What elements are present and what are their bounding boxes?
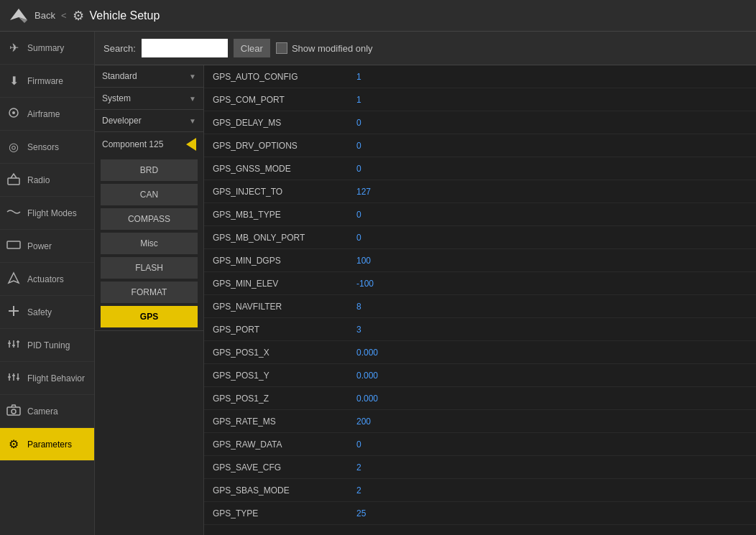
table-row[interactable]: GPS_SBAS_MODE2: [204, 479, 756, 502]
show-modified-container: Show modified only: [276, 42, 373, 54]
param-name: GPS_INJECT_TO: [213, 187, 356, 197]
param-value: 200: [356, 417, 371, 427]
cat-group-standard-header[interactable]: Standard ▼: [95, 65, 203, 87]
param-value: 0: [356, 141, 361, 151]
flight-modes-icon: [6, 206, 22, 220]
table-row[interactable]: GPS_DRV_OPTIONS0: [204, 134, 756, 157]
table-row[interactable]: GPS_MB1_TYPE0: [204, 203, 756, 226]
page-title: Vehicle Setup: [90, 9, 160, 22]
sidebar-item-camera[interactable]: Camera: [0, 395, 94, 428]
cat-group-system-arrow: ▼: [189, 95, 196, 103]
sidebar: ✈ Summary ⬇ Firmware Airframe ◎ Sensors …: [0, 32, 95, 535]
table-row[interactable]: GPS_MIN_ELEV-100: [204, 272, 756, 295]
sidebar-item-actuators[interactable]: Actuators: [0, 263, 94, 296]
param-name: GPS_RAW_DATA: [213, 439, 356, 450]
param-value: 0.000: [356, 394, 378, 404]
sidebar-item-radio[interactable]: Radio: [0, 164, 94, 197]
cat-btn-format[interactable]: FORMAT: [101, 282, 198, 303]
param-value: 8: [356, 302, 361, 312]
sidebar-label-sensors: Sensors: [27, 142, 59, 152]
app-logo: [9, 6, 29, 26]
cat-btn-compass[interactable]: COMPASS: [101, 208, 198, 230]
param-name: GPS_COM_PORT: [213, 95, 356, 105]
sidebar-item-safety[interactable]: Safety: [0, 296, 94, 329]
table-row[interactable]: GPS_DELAY_MS0: [204, 111, 756, 134]
flight-behavior-icon: [6, 371, 22, 386]
sidebar-label-power: Power: [27, 241, 52, 251]
table-row[interactable]: GPS_TYPE25: [204, 502, 756, 525]
param-name: GPS_MB1_TYPE: [213, 210, 356, 220]
param-name: GPS_MIN_DGPS: [213, 256, 356, 266]
param-value: 3: [356, 325, 361, 335]
search-input[interactable]: [142, 39, 228, 57]
table-row[interactable]: GPS_RATE_MS200: [204, 410, 756, 433]
search-label: Search:: [103, 43, 136, 54]
table-row[interactable]: GPS_INJECT_TO127: [204, 180, 756, 203]
param-value: 0: [356, 118, 361, 128]
table-row[interactable]: GPS_SAVE_CFG2: [204, 456, 756, 479]
show-modified-label: Show modified only: [292, 43, 373, 54]
sidebar-item-airframe[interactable]: Airframe: [0, 98, 94, 131]
show-modified-checkbox[interactable]: [276, 42, 287, 54]
sidebar-label-safety: Safety: [27, 307, 52, 317]
back-button[interactable]: Back: [34, 10, 55, 21]
param-value: 1: [356, 72, 361, 82]
param-name: GPS_SAVE_CFG: [213, 462, 356, 473]
cat-group-developer-header[interactable]: Developer ▼: [95, 110, 203, 131]
param-name: GPS_POS1_Z: [213, 394, 356, 404]
table-row[interactable]: GPS_RAW_DATA0: [204, 433, 756, 456]
cat-group-system: System ▼: [95, 88, 203, 110]
params-panel: GPS_AUTO_CONFIG1GPS_COM_PORT1GPS_DELAY_M…: [204, 65, 756, 535]
cat-group-developer: Developer ▼: [95, 110, 203, 132]
cat-group-standard: Standard ▼: [95, 65, 203, 88]
param-value: 0: [356, 164, 361, 174]
cat-btn-brd[interactable]: BRD: [101, 159, 198, 181]
table-row[interactable]: GPS_POS1_X0.000: [204, 341, 756, 364]
cat-group-component125: Component 125 BRD CAN COMPASS Misc FLASH…: [95, 132, 203, 331]
param-value: 0: [356, 439, 361, 450]
table-row[interactable]: GPS_MB_ONLY_PORT0: [204, 226, 756, 249]
svg-marker-0: [10, 9, 27, 20]
sidebar-item-flight-modes[interactable]: Flight Modes: [0, 197, 94, 230]
table-row[interactable]: GPS_GNSS_MODE0: [204, 157, 756, 180]
sidebar-item-firmware[interactable]: ⬇ Firmware: [0, 65, 94, 98]
table-row[interactable]: GPS_NAVFILTER8: [204, 295, 756, 318]
category-panel: Standard ▼ System ▼ Developer ▼: [95, 65, 204, 535]
sidebar-item-power[interactable]: Power: [0, 230, 94, 263]
cat-group-standard-label: Standard: [102, 71, 137, 81]
sidebar-label-summary: Summary: [27, 43, 64, 53]
table-row[interactable]: GPS_POS1_Z0.000: [204, 387, 756, 410]
param-value: 127: [356, 187, 371, 197]
cat-group-component125-header[interactable]: Component 125: [95, 132, 203, 157]
sidebar-item-summary[interactable]: ✈ Summary: [0, 32, 94, 65]
firmware-icon: ⬇: [6, 74, 22, 88]
sidebar-item-pid-tuning[interactable]: PID Tuning: [0, 329, 94, 362]
table-row[interactable]: GPS_AUTO_CONFIG1: [204, 65, 756, 88]
sidebar-label-airframe: Airframe: [27, 109, 60, 119]
sidebar-item-sensors[interactable]: ◎ Sensors: [0, 131, 94, 164]
table-row[interactable]: GPS_POS1_Y0.000: [204, 364, 756, 387]
param-value: 0.000: [356, 371, 378, 381]
svg-point-3: [12, 111, 15, 114]
cat-group-system-header[interactable]: System ▼: [95, 88, 203, 109]
cat-btn-flash[interactable]: FLASH: [101, 257, 198, 279]
pid-tuning-icon: [6, 338, 22, 353]
summary-icon: ✈: [6, 41, 22, 55]
cat-btn-can[interactable]: CAN: [101, 184, 198, 205]
svg-marker-6: [9, 273, 19, 283]
topbar-separator: <: [61, 10, 67, 21]
sidebar-item-flight-behavior[interactable]: Flight Behavior: [0, 362, 94, 395]
table-row[interactable]: GPS_MIN_DGPS100: [204, 249, 756, 272]
table-row[interactable]: GPS_COM_PORT1: [204, 88, 756, 111]
clear-button[interactable]: Clear: [234, 39, 270, 57]
cat-btn-misc[interactable]: Misc: [101, 233, 198, 254]
param-value: 25: [356, 508, 366, 518]
param-value: 2: [356, 485, 361, 496]
table-row[interactable]: GPS_PORT3: [204, 318, 756, 341]
sidebar-item-parameters[interactable]: ⚙ Parameters: [0, 428, 94, 461]
cat-btn-gps[interactable]: GPS: [101, 306, 198, 327]
parameters-icon: ⚙: [6, 437, 22, 451]
sidebar-label-camera: Camera: [27, 406, 58, 417]
searchbar: Search: Clear Show modified only: [95, 32, 756, 65]
cat-group-component125-label: Component 125: [102, 139, 163, 149]
